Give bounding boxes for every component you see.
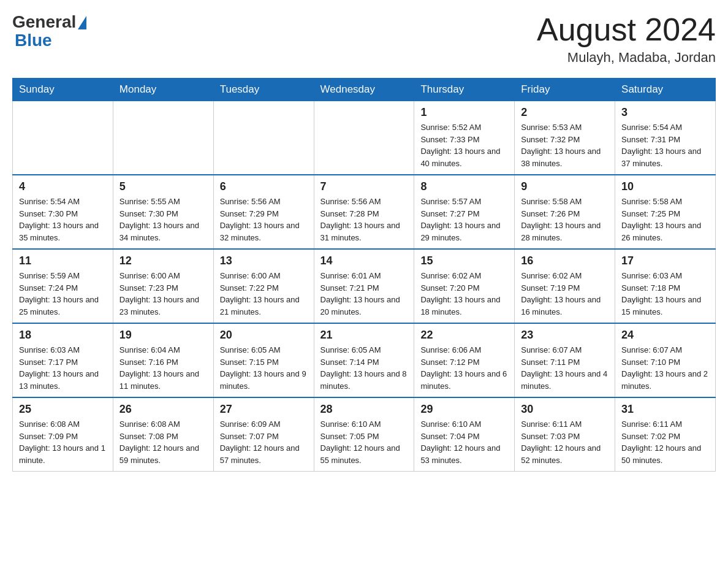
calendar-cell: 24Sunrise: 6:07 AM Sunset: 7:10 PM Dayli…	[615, 323, 716, 397]
day-number: 23	[521, 329, 609, 342]
day-info: Sunrise: 5:59 AM Sunset: 7:24 PM Dayligh…	[19, 270, 107, 318]
day-number: 2	[521, 106, 609, 119]
day-info: Sunrise: 6:10 AM Sunset: 7:05 PM Dayligh…	[320, 418, 408, 466]
calendar-cell: 12Sunrise: 6:00 AM Sunset: 7:23 PM Dayli…	[113, 249, 213, 323]
calendar-cell: 14Sunrise: 6:01 AM Sunset: 7:21 PM Dayli…	[314, 249, 414, 323]
logo-general-text: General	[12, 12, 76, 32]
day-number: 11	[19, 255, 107, 267]
calendar-cell: 28Sunrise: 6:10 AM Sunset: 7:05 PM Dayli…	[314, 397, 414, 472]
calendar-cell: 9Sunrise: 5:58 AM Sunset: 7:26 PM Daylig…	[515, 175, 615, 249]
day-info: Sunrise: 6:10 AM Sunset: 7:04 PM Dayligh…	[420, 418, 508, 466]
day-info: Sunrise: 6:07 AM Sunset: 7:10 PM Dayligh…	[621, 344, 709, 392]
calendar-cell: 16Sunrise: 6:02 AM Sunset: 7:19 PM Dayli…	[515, 249, 615, 323]
day-info: Sunrise: 6:02 AM Sunset: 7:20 PM Dayligh…	[420, 270, 508, 318]
day-number: 25	[19, 403, 107, 416]
day-number: 16	[521, 255, 609, 267]
calendar-title: August 2024	[537, 12, 716, 47]
calendar-cell: 31Sunrise: 6:11 AM Sunset: 7:02 PM Dayli…	[615, 397, 716, 472]
day-number: 9	[521, 180, 609, 193]
day-info: Sunrise: 5:58 AM Sunset: 7:26 PM Dayligh…	[521, 196, 609, 243]
day-info: Sunrise: 6:05 AM Sunset: 7:15 PM Dayligh…	[220, 344, 308, 392]
day-number: 4	[19, 180, 107, 193]
calendar-cell: 18Sunrise: 6:03 AM Sunset: 7:17 PM Dayli…	[13, 323, 113, 397]
day-info: Sunrise: 6:00 AM Sunset: 7:22 PM Dayligh…	[220, 270, 308, 318]
day-info: Sunrise: 5:54 AM Sunset: 7:30 PM Dayligh…	[19, 196, 107, 243]
header-wednesday: Wednesday	[314, 79, 414, 101]
day-info: Sunrise: 5:58 AM Sunset: 7:25 PM Dayligh…	[621, 196, 709, 243]
calendar-cell	[13, 101, 113, 175]
calendar-cell	[113, 101, 213, 175]
day-number: 14	[320, 255, 408, 267]
calendar-cell: 3Sunrise: 5:54 AM Sunset: 7:31 PM Daylig…	[615, 101, 716, 175]
calendar-cell: 6Sunrise: 5:56 AM Sunset: 7:29 PM Daylig…	[213, 175, 314, 249]
day-number: 15	[420, 255, 508, 267]
day-number: 3	[621, 106, 709, 119]
day-number: 7	[320, 180, 408, 193]
calendar-cell: 26Sunrise: 6:08 AM Sunset: 7:08 PM Dayli…	[113, 397, 213, 472]
day-number: 12	[119, 255, 207, 267]
calendar-cell: 15Sunrise: 6:02 AM Sunset: 7:20 PM Dayli…	[414, 249, 515, 323]
day-number: 18	[19, 329, 107, 342]
header-thursday: Thursday	[414, 79, 515, 101]
day-number: 5	[119, 180, 207, 193]
day-number: 22	[420, 329, 508, 342]
calendar-table: Sunday Monday Tuesday Wednesday Thursday…	[12, 78, 716, 472]
day-info: Sunrise: 6:11 AM Sunset: 7:02 PM Dayligh…	[621, 418, 709, 466]
calendar-cell	[213, 101, 314, 175]
calendar-cell: 23Sunrise: 6:07 AM Sunset: 7:11 PM Dayli…	[515, 323, 615, 397]
calendar-cell: 27Sunrise: 6:09 AM Sunset: 7:07 PM Dayli…	[213, 397, 314, 472]
day-number: 28	[320, 403, 408, 416]
calendar-cell: 11Sunrise: 5:59 AM Sunset: 7:24 PM Dayli…	[13, 249, 113, 323]
day-number: 30	[521, 403, 609, 416]
logo-blue-text: Blue	[15, 32, 52, 49]
day-info: Sunrise: 5:56 AM Sunset: 7:28 PM Dayligh…	[320, 196, 408, 243]
calendar-week-1: 1Sunrise: 5:52 AM Sunset: 7:33 PM Daylig…	[13, 101, 716, 175]
header-sunday: Sunday	[13, 79, 113, 101]
calendar-cell: 22Sunrise: 6:06 AM Sunset: 7:12 PM Dayli…	[414, 323, 515, 397]
day-number: 6	[220, 180, 308, 193]
calendar-week-3: 11Sunrise: 5:59 AM Sunset: 7:24 PM Dayli…	[13, 249, 716, 323]
day-info: Sunrise: 5:56 AM Sunset: 7:29 PM Dayligh…	[220, 196, 308, 243]
calendar-cell: 17Sunrise: 6:03 AM Sunset: 7:18 PM Dayli…	[615, 249, 716, 323]
day-info: Sunrise: 5:54 AM Sunset: 7:31 PM Dayligh…	[621, 121, 709, 169]
day-number: 13	[220, 255, 308, 267]
day-info: Sunrise: 6:08 AM Sunset: 7:09 PM Dayligh…	[19, 418, 107, 466]
day-number: 8	[420, 180, 508, 193]
calendar-cell: 5Sunrise: 5:55 AM Sunset: 7:30 PM Daylig…	[113, 175, 213, 249]
day-info: Sunrise: 6:04 AM Sunset: 7:16 PM Dayligh…	[119, 344, 207, 392]
day-info: Sunrise: 5:53 AM Sunset: 7:32 PM Dayligh…	[521, 121, 609, 169]
page-header: General Blue August 2024 Mulayh, Madaba,…	[12, 12, 716, 66]
calendar-week-4: 18Sunrise: 6:03 AM Sunset: 7:17 PM Dayli…	[13, 323, 716, 397]
calendar-week-2: 4Sunrise: 5:54 AM Sunset: 7:30 PM Daylig…	[13, 175, 716, 249]
day-info: Sunrise: 6:11 AM Sunset: 7:03 PM Dayligh…	[521, 418, 609, 466]
calendar-cell: 4Sunrise: 5:54 AM Sunset: 7:30 PM Daylig…	[13, 175, 113, 249]
day-number: 17	[621, 255, 709, 267]
logo: General Blue	[12, 12, 86, 49]
day-number: 29	[420, 403, 508, 416]
day-number: 10	[621, 180, 709, 193]
calendar-cell: 7Sunrise: 5:56 AM Sunset: 7:28 PM Daylig…	[314, 175, 414, 249]
day-number: 20	[220, 329, 308, 342]
day-number: 1	[420, 106, 508, 119]
day-info: Sunrise: 6:08 AM Sunset: 7:08 PM Dayligh…	[119, 418, 207, 466]
day-info: Sunrise: 6:05 AM Sunset: 7:14 PM Dayligh…	[320, 344, 408, 392]
title-section: August 2024 Mulayh, Madaba, Jordan	[537, 12, 716, 66]
day-number: 31	[621, 403, 709, 416]
header-monday: Monday	[113, 79, 213, 101]
day-number: 27	[220, 403, 308, 416]
calendar-cell: 20Sunrise: 6:05 AM Sunset: 7:15 PM Dayli…	[213, 323, 314, 397]
day-info: Sunrise: 6:07 AM Sunset: 7:11 PM Dayligh…	[521, 344, 609, 392]
day-info: Sunrise: 6:03 AM Sunset: 7:18 PM Dayligh…	[621, 270, 709, 318]
calendar-cell: 1Sunrise: 5:52 AM Sunset: 7:33 PM Daylig…	[414, 101, 515, 175]
day-info: Sunrise: 6:00 AM Sunset: 7:23 PM Dayligh…	[119, 270, 207, 318]
day-info: Sunrise: 6:06 AM Sunset: 7:12 PM Dayligh…	[420, 344, 508, 392]
calendar-week-5: 25Sunrise: 6:08 AM Sunset: 7:09 PM Dayli…	[13, 397, 716, 472]
header-friday: Friday	[515, 79, 615, 101]
calendar-cell: 29Sunrise: 6:10 AM Sunset: 7:04 PM Dayli…	[414, 397, 515, 472]
header-saturday: Saturday	[615, 79, 716, 101]
day-number: 24	[621, 329, 709, 342]
day-info: Sunrise: 5:52 AM Sunset: 7:33 PM Dayligh…	[420, 121, 508, 169]
day-info: Sunrise: 6:03 AM Sunset: 7:17 PM Dayligh…	[19, 344, 107, 392]
day-info: Sunrise: 5:57 AM Sunset: 7:27 PM Dayligh…	[420, 196, 508, 243]
calendar-cell: 21Sunrise: 6:05 AM Sunset: 7:14 PM Dayli…	[314, 323, 414, 397]
